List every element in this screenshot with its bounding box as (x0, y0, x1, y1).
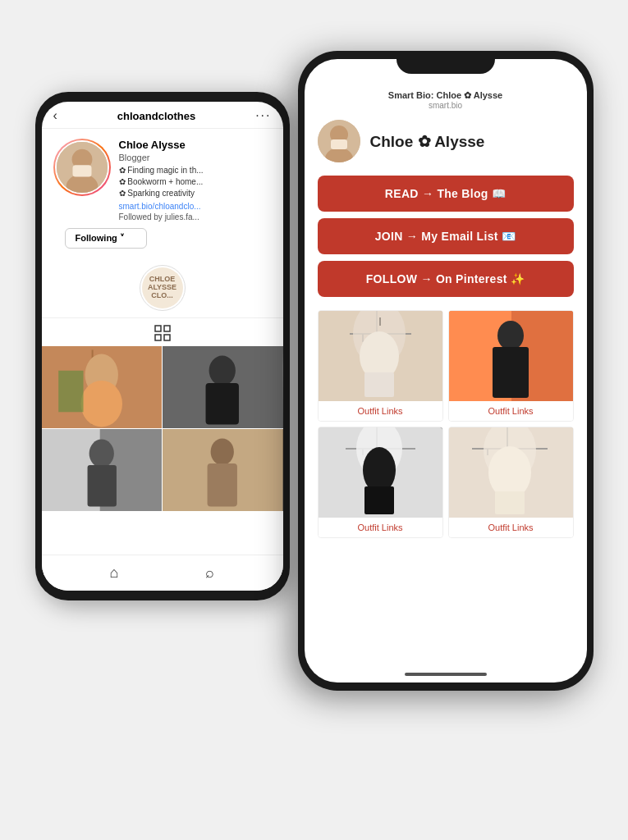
grid-icon (154, 325, 171, 341)
svg-point-18 (89, 440, 113, 468)
outfit-label-3: Outfit Links (319, 518, 442, 537)
svg-point-11 (80, 381, 122, 427)
smartbio-app-title: Smart Bio: Chloe ✿ Alysse (314, 90, 577, 101)
ig-bio-line-1: ✿ Finding magic in th... (119, 165, 272, 176)
outfit-image-1 (319, 311, 442, 401)
ig-link[interactable]: smart.bio/chloandclo... (119, 202, 272, 211)
svg-rect-5 (164, 326, 170, 331)
ig-header: ‹ chloandclothes ··· (42, 102, 283, 129)
svg-rect-22 (208, 463, 237, 507)
outfit-card-3[interactable]: Outfit Links (318, 427, 443, 538)
ig-avatar-ring (53, 139, 111, 196)
join-email-button[interactable]: JOIN → My Email List 📧 (318, 218, 574, 254)
outfit-card-2[interactable]: Outfit Links (448, 310, 574, 422)
home-bar (405, 673, 487, 676)
smartbio-screen: Smart Bio: Chloe ✿ Alysse smart.bio Chlo… (305, 59, 587, 682)
ig-grid-tab[interactable] (42, 317, 283, 346)
search-icon[interactable]: ⌕ (205, 564, 214, 582)
svg-rect-34 (364, 372, 394, 397)
ig-photo-3[interactable] (42, 429, 163, 511)
svg-point-21 (211, 439, 234, 465)
ig-profile-info: Chloe Alysse Blogger ✿ Finding magic in … (119, 139, 272, 221)
ig-bio-line-3: ✿ Sparking creativity (119, 188, 272, 199)
outfit-label-1: Outfit Links (319, 401, 442, 421)
smartbio-phone: Smart Bio: Chloe ✿ Alysse smart.bio Chlo… (298, 51, 594, 691)
svg-rect-7 (164, 335, 170, 340)
ig-bio-title: Blogger (119, 153, 272, 162)
ig-followed-by: Followed by julies.fa... (119, 212, 272, 221)
svg-point-38 (497, 321, 524, 350)
avatar (55, 140, 109, 194)
svg-point-14 (209, 356, 236, 386)
outfit-image-3 (319, 427, 442, 518)
outfit-card-1[interactable]: Outfit Links (318, 310, 443, 422)
ig-username: chloandclothes (117, 110, 195, 122)
avatar-image (57, 142, 108, 193)
svg-rect-55 (495, 491, 525, 514)
svg-rect-3 (72, 165, 91, 176)
outfit-image-2 (449, 311, 573, 401)
svg-rect-15 (206, 383, 239, 425)
ig-photo-4[interactable] (163, 429, 283, 511)
ig-bio-line-2: ✿ Bookworm + home... (119, 176, 272, 188)
ig-more-icon[interactable]: ··· (255, 108, 271, 123)
ig-photo-2[interactable] (163, 346, 283, 428)
svg-rect-12 (58, 371, 83, 413)
smartbio-photos-grid: Outfit Links (314, 310, 577, 538)
ig-highlight-label: CHLOEALYSSECLO... (142, 267, 183, 308)
follow-pinterest-button[interactable]: FOLLOW → On Pinterest ✨ (318, 261, 574, 297)
smartbio-url: smart.bio (314, 101, 577, 110)
phone-notch (397, 51, 495, 74)
smartbio-profile-row: Chloe ✿ Alysse (314, 120, 577, 162)
ig-highlight-item[interactable]: CHLOEALYSSECLO... (140, 265, 186, 311)
ig-profile-section: Chloe Alysse Blogger ✿ Finding magic in … (42, 129, 283, 228)
svg-point-54 (488, 446, 531, 499)
read-blog-button[interactable]: READ → The Blog 📖 (318, 176, 574, 212)
instagram-screen: ‹ chloandclothes ··· (42, 102, 283, 591)
instagram-phone: ‹ chloandclothes ··· (35, 92, 290, 600)
smartbio-buttons: READ → The Blog 📖 JOIN → My Email List 📧… (314, 176, 577, 297)
ig-display-name: Chloe Alysse (119, 139, 272, 151)
svg-rect-4 (155, 326, 161, 331)
svg-rect-6 (155, 335, 161, 340)
outfit-card-4[interactable]: Outfit Links (448, 427, 574, 538)
scene: ‹ chloandclothes ··· (35, 51, 594, 789)
ig-highlights-section: CHLOEALYSSECLO... (42, 262, 283, 317)
svg-rect-26 (331, 139, 347, 149)
smartbio-header: Smart Bio: Chloe ✿ Alysse smart.bio (314, 90, 577, 110)
svg-point-46 (363, 447, 396, 493)
outfit-label-2: Outfit Links (449, 401, 573, 421)
ig-photo-1[interactable] (42, 346, 163, 428)
following-button[interactable]: Following ˅ (65, 228, 147, 249)
smartbio-avatar (318, 120, 360, 162)
back-arrow-icon[interactable]: ‹ (53, 108, 57, 123)
ig-bottom-nav: ⌂ ⌕ (42, 555, 283, 591)
outfit-label-4: Outfit Links (449, 518, 573, 537)
svg-rect-39 (493, 347, 529, 398)
smartbio-content: Smart Bio: Chloe ✿ Alysse smart.bio Chlo… (305, 59, 587, 682)
smartbio-profile-name: Chloe ✿ Alysse (370, 132, 485, 151)
outfit-image-4 (449, 427, 573, 518)
svg-rect-47 (364, 486, 394, 514)
ig-photos-grid (42, 346, 283, 511)
svg-rect-19 (87, 465, 116, 507)
home-icon[interactable]: ⌂ (110, 564, 119, 582)
smartbio-avatar-image (318, 120, 360, 162)
